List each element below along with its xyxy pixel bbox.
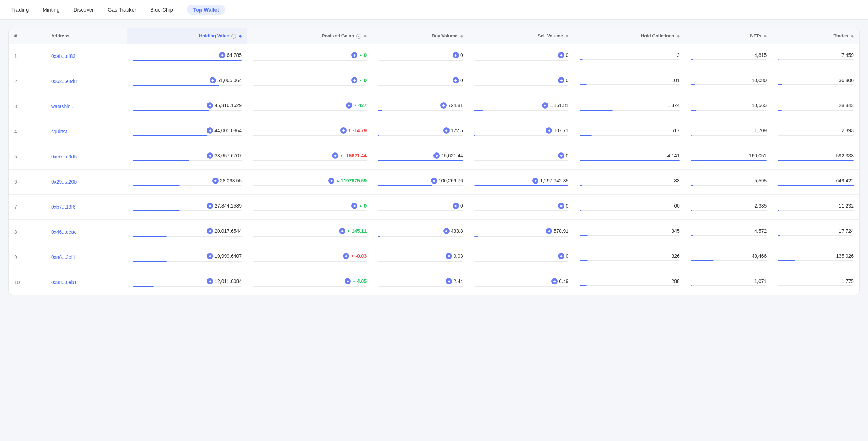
col-holding-value[interactable]: Holding Value i	[127, 28, 247, 44]
holding-bar-fill	[133, 286, 153, 287]
realized-gains-cell: ◈ ▲ 4.05	[253, 278, 367, 287]
address-link[interactable]: squirtst...	[51, 129, 71, 134]
sell-volume-value: ◈ 0	[558, 77, 568, 83]
buy-volume-cell: ◈ 433.8	[378, 228, 463, 237]
cell-rank: 7	[9, 194, 46, 219]
cell-holding-value: ◈ 51,065.064	[127, 69, 247, 94]
cell-realized-gains: ◈ ▲ 0	[247, 69, 372, 94]
cell-address[interactable]: watashin...	[46, 94, 127, 119]
cell-address[interactable]: 0xe0...e9d5	[46, 144, 127, 169]
cell-realized-gains: ◈ ▲ 0	[247, 194, 372, 219]
col-sell-volume[interactable]: Sell Volume	[469, 28, 574, 44]
col-trades[interactable]: Trades	[772, 28, 859, 44]
nfts-bar-fill	[691, 285, 692, 286]
cell-rank: 1	[9, 44, 46, 69]
hold-collections-bar-fill	[580, 235, 588, 236]
address-link[interactable]: 0xab...df83	[51, 53, 75, 59]
nav-top-wallet[interactable]: Top Wallet	[187, 5, 225, 15]
nfts-sort-icon	[764, 35, 767, 38]
holding-value-cell: ◈ 51,065.064	[133, 77, 242, 86]
address-link[interactable]: 0xe0...e9d5	[51, 154, 77, 159]
trades-value: 36,800	[839, 77, 854, 83]
cell-realized-gains: ◈ ▼ -0.03	[247, 245, 372, 270]
cell-address[interactable]: squirtst...	[46, 119, 127, 144]
trades-cell: 11,232	[778, 203, 854, 211]
rank-value: 9	[14, 254, 17, 260]
nfts-bar-track	[691, 285, 767, 286]
table-row: 10xab...df83 ◈ 64,785 ◈ ▲ 0 ◈ 0	[9, 44, 859, 69]
cell-address[interactable]: 0xa8...2ef1	[46, 245, 127, 270]
cell-sell-volume: ◈ 0	[469, 144, 574, 169]
gain-arrow: ▲	[354, 103, 357, 107]
trades-bar-fill	[778, 260, 795, 261]
cell-address[interactable]: 0x88...0eb1	[46, 270, 127, 295]
nfts-text: 10,565	[752, 103, 767, 108]
buy-volume-text: 15,621.44	[441, 153, 463, 158]
table-row: 90xa8...2ef1 ◈ 19,999.6407 ◈ ▼ -0.03 ◈	[9, 245, 859, 270]
nav-minting[interactable]: Minting	[43, 5, 59, 14]
rank-value: 3	[14, 104, 17, 109]
nav-gas-tracker[interactable]: Gas Tracker	[108, 5, 136, 14]
col-hold-collections[interactable]: Hold Colletions	[574, 28, 685, 44]
trades-text: 36,800	[839, 77, 854, 83]
cell-buy-volume: ◈ 100,266.76	[372, 169, 469, 194]
buy-volume-value: ◈ 2.44	[446, 278, 463, 284]
realized-gains-bar-track	[253, 286, 367, 287]
col-nfts[interactable]: NFTs	[685, 28, 772, 44]
sell-volume-cell: ◈ 1,297,942.35	[474, 178, 569, 186]
cell-address[interactable]: 0xb7...13f6	[46, 194, 127, 219]
address-link[interactable]: 0xb7...13f6	[51, 204, 75, 210]
cell-hold-collections: 1,374	[574, 94, 685, 119]
nav-trading[interactable]: Trading	[11, 5, 29, 14]
cell-realized-gains: ◈ ▲ 1197675.59	[247, 169, 372, 194]
col-address: Address	[46, 28, 127, 44]
realized-gains-text: 145.11	[352, 228, 367, 234]
nfts-cell: 160,051	[691, 153, 767, 161]
hold-collections-text: 4,141	[667, 153, 680, 158]
hold-collections-bar-track	[580, 235, 680, 236]
cell-sell-volume: ◈ 578.91	[469, 219, 574, 245]
address-link[interactable]: 0x29...a20b	[51, 179, 77, 185]
cell-address[interactable]: 0xab...df83	[46, 44, 127, 69]
hold-collections-value: 3	[677, 52, 680, 58]
hold-collections-cell: 288	[580, 278, 680, 286]
hold-collections-value: 1,374	[667, 103, 680, 108]
eth-icon: ◈	[446, 278, 452, 284]
buy-volume-bar-fill	[378, 135, 378, 136]
nav-discover[interactable]: Discover	[74, 5, 94, 14]
cell-rank: 2	[9, 69, 46, 94]
buy-volume-bar-track	[378, 236, 463, 237]
cell-address[interactable]: 0x46...deac	[46, 219, 127, 245]
cell-holding-value: ◈ 27,844.2589	[127, 194, 247, 219]
rank-value: 10	[14, 279, 20, 285]
trades-sort-icon	[851, 35, 854, 38]
col-buy-volume[interactable]: Buy Volume	[372, 28, 469, 44]
address-link[interactable]: 0xa8...2ef1	[51, 254, 75, 260]
buy-volume-cell: ◈ 0.03	[378, 253, 463, 262]
buy-volume-text: 0	[460, 52, 463, 58]
trades-value: 17,724	[839, 228, 854, 234]
address-link[interactable]: 0x88...0eb1	[51, 279, 77, 285]
holding-bar-fill	[133, 135, 207, 136]
eth-icon: ◈	[558, 77, 564, 83]
col-realized-gains[interactable]: Realized Gains i	[247, 28, 372, 44]
address-link[interactable]: 0x46...deac	[51, 229, 76, 235]
cell-address[interactable]: 0x29...a20b	[46, 169, 127, 194]
table-row: 4squirtst... ◈ 44,005.0864 ◈ ▼ -14.79 ◈	[9, 119, 859, 144]
address-link[interactable]: watashin...	[51, 104, 75, 109]
holding-bar-track	[133, 135, 242, 136]
cell-nfts: 1,709	[685, 119, 772, 144]
sell-volume-bar-track	[474, 160, 569, 161]
realized-gains-info-icon: i	[356, 34, 361, 39]
cell-address[interactable]: 0x62...e4d8	[46, 69, 127, 94]
nfts-bar-track	[691, 110, 767, 111]
address-link[interactable]: 0x62...e4d8	[51, 79, 77, 84]
nav-blue-chip[interactable]: Blue Chip	[150, 5, 173, 14]
cell-rank: 8	[9, 219, 46, 245]
eth-icon: ◈	[339, 228, 345, 234]
hold-collections-cell: 1,374	[580, 103, 680, 111]
buy-volume-bar-fill	[378, 160, 463, 161]
sell-volume-cell: ◈ 6.49	[474, 278, 569, 287]
hold-collections-bar-track	[580, 185, 680, 186]
realized-gains-text: 1197675.59	[341, 178, 367, 184]
